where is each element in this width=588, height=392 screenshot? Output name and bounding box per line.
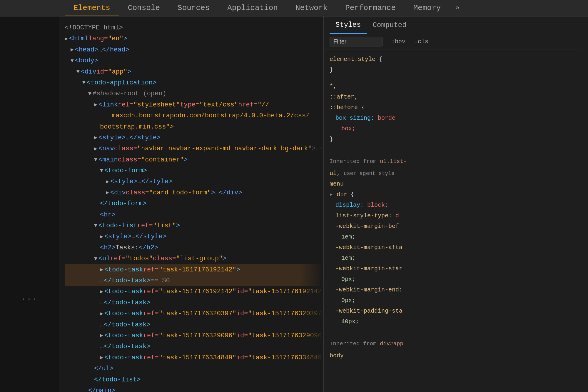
expand-div-icon[interactable] bbox=[76, 67, 80, 76]
expand-html-icon[interactable] bbox=[65, 34, 68, 44]
dom-line-task2-open: <todo-task ref= "task-1517176192142" id=… bbox=[65, 286, 320, 297]
dom-line-div-card: <div class= "card todo-form" > … </div> bbox=[65, 187, 320, 198]
cls-button[interactable]: .cls bbox=[414, 38, 428, 45]
tab-sources[interactable]: Sources bbox=[169, 0, 218, 16]
expand-ul-icon[interactable] bbox=[94, 254, 97, 263]
dom-line-close-todo-list: </todo-list> bbox=[65, 374, 320, 385]
tab-elements[interactable]: Elements bbox=[65, 0, 119, 16]
expand-task2-icon[interactable] bbox=[100, 287, 103, 296]
dom-line-close-ul: </ul> bbox=[65, 363, 320, 374]
dom-line-doctype: <!DOCTYPE html> bbox=[65, 22, 320, 33]
element-style-close: } bbox=[330, 65, 582, 75]
expand-task1-icon[interactable] bbox=[100, 265, 103, 274]
dom-line-task3-open: <todo-task ref= "task-1517176320397" id=… bbox=[65, 308, 320, 319]
inherited-from-label: Inherited from ul.list- bbox=[330, 156, 582, 166]
dom-line-task5-open: <todo-task ref= "task-1517176334849" id=… bbox=[65, 352, 320, 363]
tab-computed[interactable]: Computed bbox=[367, 16, 412, 34]
dom-line-body: <body> bbox=[65, 55, 320, 66]
dom-line-task1-open: <todo-task ref= "task-1517176192142" > bbox=[65, 264, 320, 275]
expand-head-icon[interactable] bbox=[71, 45, 74, 54]
main-area: ··· <!DOCTYPE html> <html lang= "en" > <… bbox=[0, 16, 588, 392]
dom-line-todo-form: <todo-form> bbox=[65, 165, 320, 176]
tab-performance[interactable]: Performance bbox=[336, 0, 405, 16]
expand-todo-form-icon[interactable] bbox=[100, 166, 103, 175]
tab-more[interactable]: » bbox=[450, 4, 465, 12]
sidebar-dots: ··· bbox=[21, 295, 38, 304]
inherited-ul-section: Inherited from ul.list- ul, user agent s… bbox=[330, 156, 582, 327]
expand-todo-list-icon[interactable] bbox=[94, 221, 97, 230]
element-style-selector: element.style { bbox=[330, 54, 582, 65]
expand-link-icon[interactable] bbox=[94, 100, 97, 109]
tab-console[interactable]: Console bbox=[119, 0, 169, 16]
dom-line-style3: <style> … </style> bbox=[65, 231, 320, 242]
expand-shadow-icon[interactable] bbox=[88, 89, 91, 99]
dom-line-style2: <style> … </style> bbox=[65, 176, 320, 187]
inherited-div-section: Inherited from div#app body bbox=[330, 339, 582, 361]
dom-line-html: <html lang= "en" > bbox=[65, 33, 320, 44]
dom-line-css-file: bootstrap.min.css"> bbox=[65, 121, 320, 132]
dom-line-task2-close: … </todo-task> bbox=[65, 297, 320, 308]
expand-task3-icon[interactable] bbox=[100, 309, 103, 318]
inherited-from2-label: Inherited from div#app bbox=[330, 339, 582, 349]
expand-style2-icon[interactable] bbox=[106, 177, 109, 186]
tab-application[interactable]: Application bbox=[218, 0, 287, 16]
tab-memory[interactable]: Memory bbox=[405, 0, 450, 16]
expand-nav-icon[interactable] bbox=[94, 144, 97, 154]
hov-button[interactable]: :hov bbox=[391, 38, 405, 45]
element-style-section: element.style { } bbox=[330, 54, 582, 75]
expand-style1-icon[interactable] bbox=[94, 133, 97, 142]
expand-todo-app-icon[interactable] bbox=[82, 78, 86, 87]
dom-line-task1-close: … </todo-task> == $0 bbox=[65, 275, 320, 286]
styles-content: element.style { } *, ::after, bbox=[324, 49, 588, 392]
dom-line-shadow: #shadow-root (open) bbox=[65, 88, 320, 99]
dom-line-todo-app: <todo-application> bbox=[65, 77, 320, 88]
dom-line-div-app: <div id= "app" > bbox=[65, 66, 320, 77]
dom-line-nav: <nav class= "navbar navbar-expand-md nav… bbox=[65, 143, 320, 154]
dom-line-task3-close: … </todo-task> bbox=[65, 319, 320, 330]
dom-line-close-main: </main> bbox=[65, 385, 320, 392]
dom-line-task4-open: <todo-task ref= "task-1517176329096" id=… bbox=[65, 330, 320, 341]
expand-task4-icon[interactable] bbox=[100, 331, 103, 340]
styles-filter-bar: :hov .cls bbox=[324, 34, 588, 49]
devtools-window: Elements Console Sources Application Net… bbox=[0, 0, 588, 392]
expand-card-icon[interactable] bbox=[106, 188, 109, 197]
dom-line-head: <head> … </head> bbox=[65, 44, 320, 55]
left-sidebar: ··· bbox=[0, 16, 59, 392]
dom-line-hr: <hr> bbox=[65, 209, 320, 220]
tab-styles[interactable]: Styles bbox=[330, 16, 367, 34]
tab-network[interactable]: Network bbox=[287, 0, 336, 16]
dom-line-cdn-url: maxcdn.bootstrapcdn.com/bootstrap/4.0.0-… bbox=[65, 110, 320, 121]
dom-line-ul: <ul ref= "todos" class= "list-group" > bbox=[65, 253, 320, 264]
dom-line-close-todo-form: </todo-form> bbox=[65, 198, 320, 209]
dom-line-style1: <style> … </style> bbox=[65, 132, 320, 143]
dom-line-main: <main class= "container" > bbox=[65, 154, 320, 165]
dom-line-task4-close: … </todo-task> bbox=[65, 341, 320, 352]
dom-line-todo-list: <todo-list ref= "list" > bbox=[65, 220, 320, 231]
dom-panel: <!DOCTYPE html> <html lang= "en" > <head… bbox=[59, 16, 323, 392]
expand-body-icon[interactable] bbox=[71, 56, 74, 66]
styles-tab-bar: Styles Computed bbox=[324, 16, 588, 34]
tab-bar: Elements Console Sources Application Net… bbox=[0, 0, 588, 16]
styles-filter-input[interactable] bbox=[330, 37, 382, 46]
universal-section: *, ::after, ::before { box-sizing: borde bbox=[330, 81, 582, 145]
expand-style3-icon[interactable] bbox=[100, 232, 103, 241]
expand-main-icon[interactable] bbox=[94, 155, 97, 164]
expand-task5-icon[interactable] bbox=[100, 353, 103, 362]
dom-line-h2: <h2> Tasks: </h2> bbox=[65, 242, 320, 253]
styles-panel: Styles Computed :hov .cls element.style … bbox=[323, 16, 588, 392]
dom-line-link: <link rel= "stylesheet" type= "text/css"… bbox=[65, 99, 320, 110]
